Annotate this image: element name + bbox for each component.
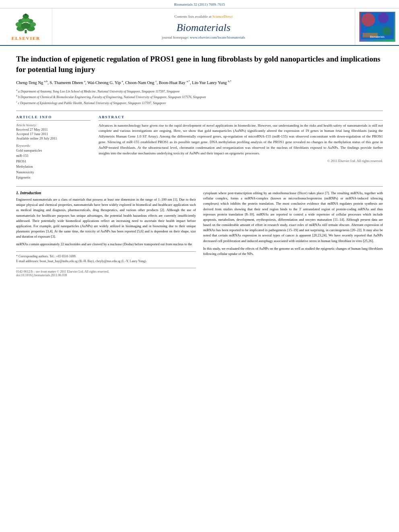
history-label: Article history: (16, 123, 90, 127)
footnotes-area: * Corresponding authors. Tel.: +65 6516 … (16, 251, 196, 264)
article-info-col: ARTICLE INFO Article history: Received 2… (16, 115, 90, 181)
svg-rect-0 (25, 30, 27, 33)
affil-b: b b Department of Chemical & Biomolecula… (16, 94, 383, 100)
affil-a-text: a Department of Anatomy, Yong Loo Lin Sc… (18, 89, 180, 93)
intro-heading: 1. Introduction (16, 191, 196, 195)
elsevier-logo-area: ELSEVIER (0, 8, 52, 45)
sciencedirect-link[interactable]: ScienceDirect (212, 14, 232, 18)
elsevier-logo: ELSEVIER (12, 13, 41, 41)
journal-header-center: Contents lists available at ScienceDirec… (52, 8, 355, 45)
keyword-1: Gold nanoparticles (16, 148, 90, 154)
elsevier-wordmark: ELSEVIER (12, 36, 41, 41)
keyword-3: PROS1 (16, 159, 90, 164)
journal-cover-image: Biomaterials (359, 12, 395, 42)
intro-para1: Engineered nanomaterials are a class of … (16, 197, 196, 239)
abstract-text: Advances in nanotechnology have given ri… (99, 123, 383, 157)
authors-line: Cheng-Teng Ng a,b, S. Thameem Dheen a, W… (16, 79, 383, 86)
main-col-right: cytoplasm where post-transcription editi… (203, 191, 383, 277)
article-info-abstract: ARTICLE INFO Article history: Received 2… (16, 115, 383, 181)
affil-a: a a Department of Anatomy, Yong Loo Lin … (16, 88, 383, 94)
received-date: Received 27 May 2011 (16, 127, 90, 131)
affiliations: a a Department of Anatomy, Yong Loo Lin … (16, 88, 383, 106)
keyword-4: Methylation (16, 164, 90, 170)
affil-b-text: b Department of Chemical & Biomolecular … (18, 95, 206, 99)
keyword-5: Nanotoxicity (16, 170, 90, 175)
page-footer: 0142-9612/$ – see front matter © 2011 El… (16, 268, 196, 277)
keyword-6: Epigenetic (16, 175, 90, 181)
section-divider-2 (16, 186, 383, 187)
svg-point-15 (383, 27, 391, 35)
homepage-url[interactable]: www.elsevier.com/locate/biomaterials (190, 35, 245, 39)
footer-top-row: 0142-9612/$ – see front matter © 2011 El… (16, 270, 196, 273)
copyright-line: © 2011 Elsevier Ltd. All rights reserved… (99, 159, 383, 163)
affil-c: c c Department of Epidemiology and Publi… (16, 100, 383, 106)
right-para2: In this study, we evaluated the effects … (203, 246, 383, 257)
journal-header: ELSEVIER Contents lists available at Sci… (0, 8, 399, 46)
available-date: Available online 20 July 2011 (16, 136, 90, 140)
footnote-corresponding: * Corresponding authors. Tel.: +65 6516 … (16, 254, 196, 259)
footer-doi: doi:10.1016/j.biomaterials.2011.06.038 (16, 273, 196, 277)
affil-c-text: c Department of Epidemiology and Public … (18, 101, 166, 105)
homepage-prefix: journal homepage: (162, 35, 190, 39)
abstract-col: ABSTRACT Advances in nanotechnology have… (99, 115, 383, 181)
svg-point-5 (21, 23, 31, 29)
accepted-date: Accepted 17 June 2011 (16, 132, 90, 136)
intro-para2: miRNAs contain approximately 22 nucleoti… (16, 242, 196, 247)
contents-line: Contents lists available at ScienceDirec… (175, 14, 233, 18)
journal-title: Biomaterials (177, 22, 230, 34)
footnote-email: E-mail addresses: boon_huat_bay@nuhs.edu… (16, 259, 196, 264)
contents-text: Contents lists available at (175, 14, 212, 18)
svg-text:Biomaterials: Biomaterials (370, 35, 385, 38)
main-content: 1. Introduction Engineered nanomaterials… (16, 191, 383, 277)
footer-issn: 0142-9612/$ – see front matter © 2011 El… (16, 270, 109, 273)
abstract-label: ABSTRACT (99, 115, 383, 121)
article-body: The induction of epigenetic regulation o… (0, 46, 399, 285)
section-divider-1 (16, 111, 383, 111)
journal-cover-area: Biomaterials (355, 8, 399, 45)
cover-decoration: Biomaterials (361, 12, 394, 40)
svg-point-12 (361, 13, 375, 27)
right-para1: cytoplasm where post-transcription editi… (203, 191, 383, 244)
journal-ref-bar: Biomaterials 32 (2011) 7609–7615 (0, 0, 399, 8)
elsevier-tree-icon (14, 13, 38, 35)
keywords-section: Keywords: Gold nanoparticles miR-155 PRO… (16, 144, 90, 181)
journal-homepage: journal homepage: www.elsevier.com/locat… (162, 35, 245, 39)
keywords-list: Gold nanoparticles miR-155 PROS1 Methyla… (16, 148, 90, 181)
svg-point-10 (25, 14, 27, 16)
main-col-left: 1. Introduction Engineered nanomaterials… (16, 191, 196, 277)
keyword-2: miR-155 (16, 153, 90, 159)
article-title: The induction of epigenetic regulation o… (16, 54, 383, 74)
article-info-label: ARTICLE INFO (16, 115, 90, 121)
svg-point-13 (378, 12, 388, 23)
keywords-label: Keywords: (16, 144, 90, 148)
